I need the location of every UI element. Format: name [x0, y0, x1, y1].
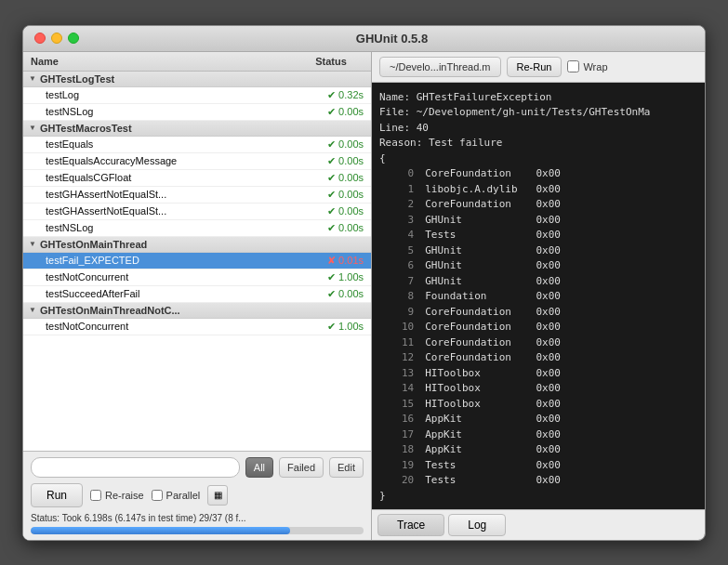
table-row[interactable]: testLog ✔ 0.32s: [23, 87, 371, 104]
file-path-button[interactable]: ~/Develo...inThread.m: [379, 57, 501, 77]
log-tab[interactable]: Log: [448, 514, 506, 536]
frame-addr: 0x00: [536, 398, 561, 410]
row-status: ✔ 0.32s: [298, 89, 364, 101]
lib-name: GHUnit: [425, 244, 523, 256]
table-row[interactable]: testNotConcurrent ✔ 1.00s: [23, 319, 371, 335]
col-name-header: Name: [31, 56, 298, 67]
filter-edit-button[interactable]: Edit: [329, 457, 364, 478]
table-row[interactable]: testGHAssertNotEqualSt... ✔ 0.00s: [23, 187, 371, 204]
row-name: testNotConcurrent: [46, 321, 298, 332]
frame-number: 15: [391, 397, 414, 413]
table-row[interactable]: testNSLog ✔ 0.00s: [23, 104, 371, 121]
lib-name: CoreFoundation: [425, 336, 523, 348]
frame-addr: 0x00: [536, 229, 561, 241]
row-status: ✔ 0.00s: [298, 106, 364, 118]
filter-all-button[interactable]: All: [245, 457, 273, 478]
maximize-button[interactable]: [68, 33, 79, 44]
stack-frame: 11CoreFoundation 0x00: [379, 335, 697, 351]
table-row[interactable]: testEquals ✔ 0.00s: [23, 137, 371, 153]
lib-name: HIToolbox: [425, 382, 523, 394]
wrap-checkbox-label[interactable]: Wrap: [567, 60, 607, 72]
lib-name: CoreFoundation: [425, 351, 523, 363]
grid-icon[interactable]: ▦: [207, 485, 228, 506]
filter-failed-button[interactable]: Failed: [279, 457, 324, 478]
triangle-icon: ▼: [29, 240, 36, 248]
row-name: testNSLog: [46, 222, 298, 233]
frame-number: 3: [391, 213, 414, 229]
trace-tab[interactable]: Trace: [377, 514, 444, 536]
left-panel: Name Status ▼GHTestLogTest testLog ✔ 0.3…: [23, 52, 372, 540]
row-name: testSucceedAfterFail: [46, 288, 298, 299]
table-row[interactable]: testFail_EXPECTED ✘ 0.01s: [23, 253, 371, 269]
stack-frame: 15HIToolbox 0x00: [379, 397, 697, 413]
rerun-button[interactable]: Re-Run: [507, 57, 563, 77]
tree-group-header[interactable]: ▼GHTestMacrosTest: [23, 121, 371, 137]
lib-name: GHUnit: [425, 214, 523, 226]
main-window: GHUnit 0.5.8 Name Status ▼GHTestLogTest …: [22, 25, 706, 541]
table-row[interactable]: testNSLog ✔ 0.00s: [23, 220, 371, 237]
stack-frame: 8Foundation 0x00: [379, 289, 697, 305]
reraise-checkbox[interactable]: [90, 490, 101, 501]
close-button[interactable]: [34, 33, 46, 44]
tree-group-header[interactable]: ▼GHTestLogTest: [23, 72, 371, 87]
run-button[interactable]: Run: [31, 483, 83, 507]
frame-addr: 0x00: [536, 259, 561, 271]
lib-name: CoreFoundation: [425, 321, 523, 333]
table-row[interactable]: testEqualsAccuracyMessage ✔ 0.00s: [23, 153, 371, 170]
bottom-controls: All Failed Edit Run Re-raise Parallel ▦: [23, 451, 371, 540]
row-name: testEquals: [46, 138, 298, 150]
frame-number: 8: [391, 289, 414, 305]
stack-frame: 14HIToolbox 0x00: [379, 381, 697, 397]
right-panel: ~/Develo...inThread.m Re-Run Wrap Name: …: [372, 52, 705, 540]
row-status: ✔ 0.00s: [298, 288, 364, 300]
table-row[interactable]: testNotConcurrent ✔ 1.00s: [23, 269, 371, 286]
tree-group-header[interactable]: ▼GHTestOnMainThread: [23, 237, 371, 253]
lib-name: HIToolbox: [425, 398, 523, 410]
row-name: testNSLog: [46, 106, 298, 117]
frame-addr: 0x00: [536, 459, 561, 471]
minimize-button[interactable]: [51, 33, 62, 44]
table-row[interactable]: testGHAssertNotEqualSt... ✔ 0.00s: [23, 204, 371, 220]
lib-name: CoreFoundation: [425, 198, 523, 210]
main-content: Name Status ▼GHTestLogTest testLog ✔ 0.3…: [23, 52, 705, 540]
row-status: ✘ 0.01s: [298, 255, 364, 267]
frame-number: 19: [391, 458, 414, 474]
stack-frame: 7GHUnit 0x00: [379, 274, 697, 290]
lib-name: AppKit: [425, 428, 523, 440]
row-status: ✔ 1.00s: [298, 271, 364, 283]
titlebar: GHUnit 0.5.8: [23, 26, 705, 52]
frame-number: 12: [391, 350, 414, 366]
table-row[interactable]: testSucceedAfterFail ✔ 0.00s: [23, 286, 371, 303]
frame-addr: 0x00: [536, 214, 561, 226]
frame-addr: 0x00: [536, 428, 561, 440]
parallel-checkbox-label[interactable]: Parallel: [152, 490, 201, 501]
progress-fill: [31, 527, 290, 534]
table-row[interactable]: testEqualsCGFloat ✔ 0.00s: [23, 170, 371, 187]
stack-frame: 12CoreFoundation 0x00: [379, 350, 697, 366]
frame-addr: 0x00: [536, 167, 561, 179]
row-name: testLog: [46, 89, 298, 100]
wrap-checkbox[interactable]: [567, 60, 579, 72]
run-row: Run Re-raise Parallel ▦: [31, 483, 364, 507]
frame-addr: 0x00: [536, 367, 561, 379]
lib-name: GHUnit: [425, 259, 523, 271]
search-input[interactable]: [31, 457, 240, 478]
lib-name: libobjc.A.dylib: [425, 183, 523, 195]
code-line: {: [379, 151, 697, 167]
frame-number: 14: [391, 381, 414, 397]
frame-addr: 0x00: [536, 183, 561, 195]
group-name: GHTestOnMainThreadNotC...: [40, 305, 180, 316]
row-name: testFail_EXPECTED: [46, 255, 298, 266]
frame-addr: 0x00: [536, 275, 561, 287]
parallel-label: Parallel: [166, 490, 201, 501]
stack-frame: 6GHUnit 0x00: [379, 258, 697, 274]
tree-group-header[interactable]: ▼GHTestOnMainThreadNotC...: [23, 303, 371, 319]
row-status: ✔ 0.00s: [298, 138, 364, 151]
reraise-checkbox-label[interactable]: Re-raise: [90, 490, 144, 501]
wrap-label: Wrap: [583, 61, 607, 72]
frame-addr: 0x00: [536, 244, 561, 256]
row-name: testGHAssertNotEqualSt...: [46, 205, 298, 217]
parallel-checkbox[interactable]: [152, 490, 163, 501]
frame-addr: 0x00: [536, 198, 561, 210]
test-tree[interactable]: ▼GHTestLogTest testLog ✔ 0.32s testNSLog…: [23, 72, 371, 451]
